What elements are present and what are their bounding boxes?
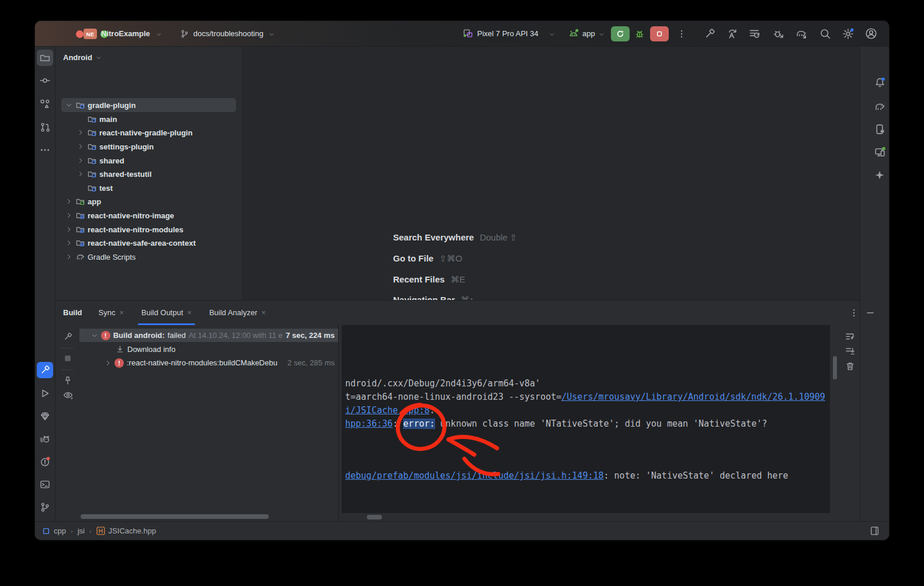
tree-item-react-native-nitro-image[interactable]: react-native-nitro-image xyxy=(56,208,241,222)
close-tab-icon[interactable]: × xyxy=(119,308,124,317)
sync-gradle-icon[interactable] xyxy=(796,28,807,40)
tree-item-react-native-nitro-modules[interactable]: react-native-nitro-modules xyxy=(56,222,241,236)
close-window-button[interactable] xyxy=(76,30,84,38)
apply-code-changes-icon[interactable] xyxy=(749,28,760,40)
hide-panel-icon[interactable] xyxy=(866,308,875,318)
profile-icon[interactable] xyxy=(865,27,877,40)
file-link[interactable]: hpp:36:36 xyxy=(345,418,392,429)
module-folder-icon xyxy=(88,156,97,165)
apply-changes-icon[interactable] xyxy=(727,28,738,40)
module-folder-icon xyxy=(88,114,97,124)
soft-wrap-icon[interactable] xyxy=(843,329,857,343)
android-studio-window: NE NitroExample docs/troubleshooting Pix… xyxy=(35,21,889,540)
tool-build[interactable] xyxy=(37,362,53,378)
file-link[interactable]: debug/prefab/modules/jsi/include/jsi/jsi… xyxy=(345,470,604,481)
tree-item-test[interactable]: test xyxy=(56,181,241,195)
tool-device-manager[interactable] xyxy=(871,121,888,137)
tree-item-main[interactable]: main xyxy=(56,112,241,126)
tree-item-react-native-gradle-plugin[interactable]: react-native-gradle-plugin xyxy=(56,125,241,139)
console-horizontal-scrollbar[interactable] xyxy=(367,515,382,519)
chevron-down-icon xyxy=(65,102,72,109)
tool-running-devices[interactable] xyxy=(871,144,888,160)
more-options-icon[interactable] xyxy=(677,29,686,39)
panel-options-icon[interactable] xyxy=(849,308,859,318)
device-icon xyxy=(463,29,473,39)
settings-icon[interactable] xyxy=(842,28,854,40)
file-link[interactable]: i/JSICache.cpp:8 xyxy=(345,405,430,416)
branch-icon xyxy=(180,29,189,39)
folder-icon xyxy=(40,53,50,63)
tab-sync[interactable]: Sync × xyxy=(98,300,126,325)
build-console: ndroid/.cxx/Debug/2nd4i3y6/arm64-v8a' t=… xyxy=(342,325,830,521)
tool-project[interactable] xyxy=(37,50,53,66)
chevron-down-icon xyxy=(96,55,102,61)
breadcrumb-cpp[interactable]: cpp xyxy=(54,526,66,535)
error-icon: ! xyxy=(101,331,110,340)
tool-gradle[interactable] xyxy=(871,98,888,114)
run-config-selector[interactable]: app xyxy=(582,29,595,38)
tree-item-gradle-plugin[interactable]: gradle-plugin xyxy=(61,98,236,112)
file-link[interactable]: /Users/mrousavy/Library/Android/sdk/ndk/… xyxy=(561,392,825,402)
chevron-right-icon xyxy=(77,170,84,177)
module-folder-icon xyxy=(88,169,97,179)
rerun-button[interactable] xyxy=(611,26,630,41)
build-tree-root[interactable]: ! Build android: failed At 14.10.24, 12:… xyxy=(79,329,338,342)
chevron-right-icon xyxy=(77,157,84,164)
tree-item-gradle-scripts[interactable]: Gradle Scripts xyxy=(56,250,241,264)
tool-terminal[interactable] xyxy=(37,476,53,493)
tool-gemini[interactable] xyxy=(871,167,888,183)
rebuild-icon[interactable] xyxy=(61,330,75,344)
module-folder-icon xyxy=(88,128,97,137)
breadcrumb-jsi[interactable]: jsi xyxy=(78,526,85,535)
project-selector[interactable]: NitroExample xyxy=(101,29,150,38)
console-vertical-scrollbar[interactable] xyxy=(833,356,837,379)
stop-build-icon[interactable] xyxy=(61,351,75,365)
tree-item-shared-testutil[interactable]: shared-testutil xyxy=(56,167,241,181)
debug-button[interactable] xyxy=(632,26,647,41)
clear-all-icon[interactable] xyxy=(843,359,857,373)
breadcrumb-file[interactable]: JSICache.hpp xyxy=(109,526,157,535)
project-view-selector[interactable]: Android xyxy=(63,53,102,62)
tool-version-control[interactable] xyxy=(37,499,53,515)
close-tab-icon[interactable]: × xyxy=(262,308,266,317)
tool-more[interactable] xyxy=(37,142,53,158)
tab-build-analyzer[interactable]: Build Analyzer × xyxy=(208,300,267,325)
branch-selector[interactable]: docs/troubleshooting xyxy=(193,29,263,38)
tool-structure[interactable] xyxy=(37,96,53,112)
shortcut-recent-files: Recent Files⌘E xyxy=(393,274,465,285)
stop-button[interactable] xyxy=(650,26,669,41)
chevron-right-icon xyxy=(105,360,112,367)
view-options-icon[interactable] xyxy=(61,388,75,402)
tree-horizontal-scrollbar[interactable] xyxy=(81,514,269,519)
build-tree-download-info[interactable]: Download info xyxy=(79,343,338,356)
pin-icon[interactable] xyxy=(61,374,75,388)
chevron-down-icon xyxy=(549,32,555,37)
error-icon: ! xyxy=(114,358,124,368)
hammer-icon xyxy=(40,365,50,375)
tool-notifications[interactable] xyxy=(871,74,888,90)
scroll-to-end-icon[interactable] xyxy=(843,344,857,358)
search-everywhere-icon[interactable] xyxy=(819,28,831,40)
chevron-down-icon xyxy=(269,32,275,37)
tree-item-shared[interactable]: shared xyxy=(56,154,241,168)
tab-build-output[interactable]: Build Output × xyxy=(140,300,193,325)
event-log-icon[interactable] xyxy=(870,526,880,536)
tool-pull-requests[interactable] xyxy=(37,119,53,135)
tree-item-app[interactable]: app xyxy=(56,194,241,208)
tool-problems[interactable] xyxy=(37,454,53,470)
device-selector[interactable]: Pixel 7 Pro API 34 xyxy=(477,29,539,38)
device-manager-icon xyxy=(874,124,885,135)
more-horizontal-icon xyxy=(40,145,50,155)
build-tree-task[interactable]: ! :react-native-nitro-modules:buildCMake… xyxy=(79,356,338,369)
tool-app-quality-insights[interactable] xyxy=(37,408,53,424)
attach-debugger-icon[interactable] xyxy=(773,28,784,40)
close-tab-icon[interactable]: × xyxy=(187,308,192,317)
title-bar: NE NitroExample docs/troubleshooting Pix… xyxy=(35,21,889,47)
tool-run[interactable] xyxy=(37,385,53,402)
build-project-icon[interactable] xyxy=(704,28,715,40)
tree-item-react-native-safe-area-context[interactable]: react-native-safe-area-context xyxy=(56,236,241,250)
tool-logcat[interactable] xyxy=(37,431,53,447)
tree-item-settings-plugin[interactable]: settings-plugin xyxy=(56,139,241,154)
bell-icon xyxy=(874,77,885,88)
tool-commit[interactable] xyxy=(37,72,53,89)
